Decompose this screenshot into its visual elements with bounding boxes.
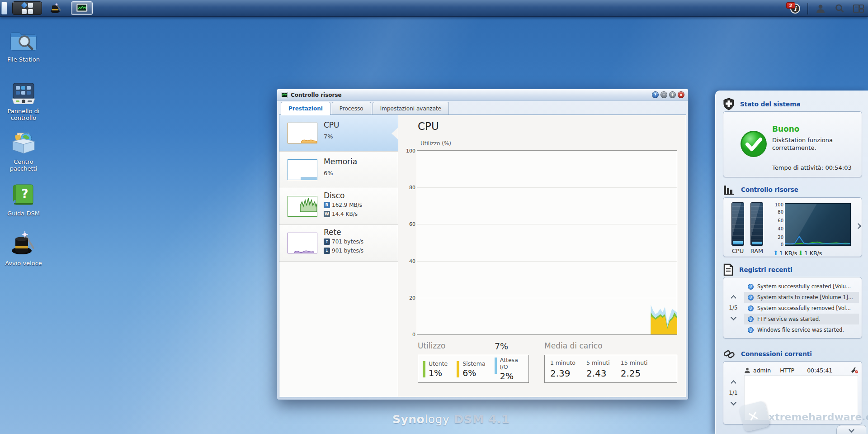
y-tick: 60 [401,221,415,227]
status-ok-icon [740,130,768,158]
cpu-thumbnail [288,123,317,143]
system-status-description: DiskStation funziona correttamente. [772,136,858,152]
window-maximize-button[interactable]: + [669,91,676,98]
resource-monitor-icon [76,3,88,13]
log-row: i System successfully created [Volu... [744,281,859,292]
link-icon [723,348,736,360]
sidebar-item-name: CPU [324,120,340,129]
collapse-chevron-icon [849,427,854,433]
brand-light: logy [425,413,449,426]
ram-gauge [750,202,763,246]
connections-page-down[interactable] [731,400,736,405]
log-text: System successfully created [Volu... [757,283,851,290]
upload-legend-icon: ⬆ [773,249,778,257]
tab-impostazioni-avanzate[interactable]: Impostazioni avanzate [373,102,449,114]
connections-pager: 1/1 [723,362,743,424]
desktop-icon-file-station[interactable]: File Station [0,28,47,63]
sidebar-item-rete[interactable]: Rete ↑ 701 bytes/s ↓ 901 bytes/s [279,225,398,262]
show-desktop-button[interactable] [1,2,7,14]
logs-page-down[interactable] [731,315,736,320]
resource-monitor-task-button[interactable] [71,1,93,15]
brand-bold: Syno [392,413,425,426]
sidebar-item-value: 6% [324,170,333,176]
selected-notch [392,128,398,139]
desktop-icon-label: Centro pacchetti [0,158,47,172]
package-center-icon [10,131,37,155]
log-text: System starts to create [Volume 1]... [757,294,853,300]
log-text: FTP service was started. [757,316,821,322]
load-5min-label: 5 minuti [586,359,610,366]
pilot-view-button[interactable] [849,2,868,15]
sidebar-item-memoria[interactable]: Memoria 6% [279,152,398,188]
user-small-icon [744,367,750,373]
performance-sidebar: CPU 7% Memoria 6% [279,115,398,397]
disconnect-icon[interactable] [851,367,858,373]
desktop-icon-control-panel[interactable]: Pannello di controllo [0,82,47,121]
upload-legend-value: 1 KB/s [779,250,797,257]
log-info-icon: i [748,295,754,300]
connection-user: admin [753,367,771,374]
window-minimize-button[interactable]: – [660,91,667,98]
load-15min-label: 15 minuti [621,359,648,366]
panel-collapse-button[interactable] [836,425,866,434]
recent-logs-card: 1/5 i System successfully created [Volu.… [723,277,862,339]
file-station-icon [9,28,38,52]
attesa-io-label: Attesa I/O [500,357,524,370]
attesa-io-value: 2% [500,371,524,381]
download-legend-value: 1 KB/s [804,250,822,257]
help-book-icon: ? [11,183,36,206]
log-info-icon: i [748,305,754,311]
y-tick: 0 [401,332,415,338]
search-icon [835,4,844,14]
memory-thumbnail [288,159,317,180]
shield-icon [723,98,735,110]
sidebar-item-cpu[interactable]: CPU 7% [279,115,398,152]
window-close-button[interactable]: × [678,91,684,98]
dsm-version: DSM 4.1 [454,413,510,426]
sidebar-item-name: Disco [324,191,344,200]
window-help-button[interactable]: ? [652,91,659,98]
connections-page-up[interactable] [731,380,736,386]
network-thumbnail [288,233,317,253]
expand-chevron[interactable] [855,223,861,229]
network-up-value: 701 bytes/s [332,238,363,245]
main-menu-icon [22,3,33,14]
disk-read-value: 162.9 MB/s [332,202,362,208]
sidebar-item-disco[interactable]: Disco R 162.9 MB/s W 14.4 KB/s [279,188,398,225]
log-row: i FTP service was started. [744,314,859,324]
connection-time: 00:45:41 [807,367,832,374]
attesa-io-color-chip [495,358,497,374]
y-tick: 20 [401,295,415,300]
log-text: System successfully removed [Vol... [757,305,851,311]
load-15min-value: 2.25 [621,368,648,379]
desktop-icon-label: File Station [0,56,47,63]
system-status-card: Buono DiskStation funziona correttamente… [723,111,862,177]
search-button[interactable] [830,2,849,15]
log-text: Windows file service was started. [757,327,844,333]
quick-launch-button[interactable] [45,1,67,15]
notifications-button[interactable]: i 2 [785,2,805,15]
system-status-header: Stato del sistema [723,98,800,110]
user-menu-button[interactable] [811,2,830,15]
pilot-view-icon [853,4,864,13]
main-menu-button[interactable] [12,1,42,15]
desktop: i 2 [0,0,868,434]
tab-processo[interactable]: Processo [332,102,371,114]
window-titlebar[interactable]: Controllo risorse ? – + × [277,89,688,101]
mini-y-tick: 100 [775,202,783,207]
usage-total-value: 7% [495,341,508,351]
utente-label: Utente [429,360,448,367]
network-down-value: 901 bytes/s [332,248,363,254]
logs-page-up[interactable] [731,295,736,301]
load-average-label: Media di carico [544,341,603,350]
desktop-icon-label: Guida DSM [0,210,47,217]
desktop-icon-package-center[interactable]: Centro pacchetti [0,131,47,172]
connections-header: Connessioni correnti [723,348,812,360]
desktop-icon-quick-start[interactable]: Avvio veloce [0,231,47,267]
cpu-gauge [731,202,744,246]
desktop-icon-dsm-help[interactable]: ? Guida DSM [0,183,47,217]
disk-read-badge: R [324,202,330,208]
tab-prestazioni[interactable]: Prestazioni [281,102,330,114]
resource-monitor-card: CPU RAM 100 80 60 40 20 0 ⬆ 1 KB/s ⬇ 1 K… [723,197,862,257]
bar-chart-icon [723,184,736,196]
